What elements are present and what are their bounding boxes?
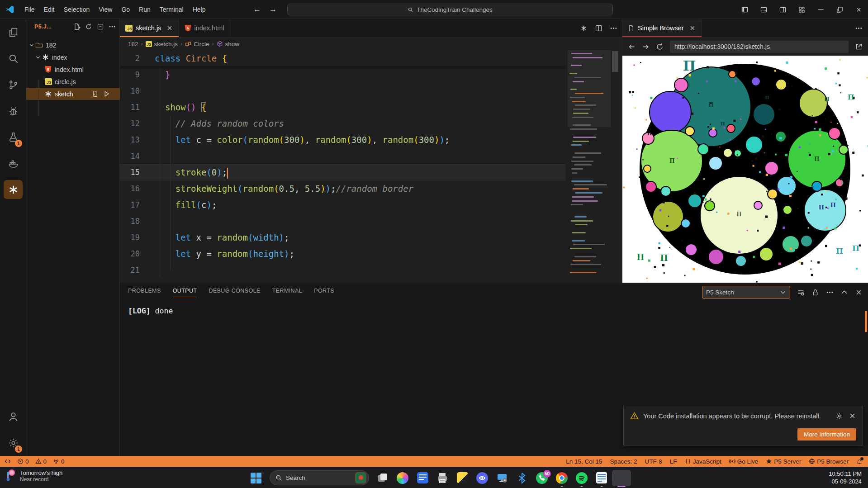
status-utf-8[interactable]: UTF-8 xyxy=(645,458,662,465)
code-line-9[interactable]: 9} xyxy=(120,66,565,83)
status-error[interactable]: 0 xyxy=(17,458,29,465)
taskbar-app-chrome[interactable] xyxy=(555,472,568,484)
status-ln-15-col-15[interactable]: Ln 15, Col 15 xyxy=(566,458,602,465)
run-sketch-icon[interactable] xyxy=(103,90,110,97)
taskbar-app-discord[interactable] xyxy=(476,472,489,484)
taskbar-app-whatsapp[interactable]: 50 xyxy=(536,472,548,484)
taskbar-app-printer[interactable] xyxy=(436,472,449,484)
taskbar-app-notes[interactable] xyxy=(595,472,608,484)
tree-item-index-html[interactable]: 5index.html xyxy=(26,63,120,76)
panel-tab-ports[interactable]: PORTS xyxy=(314,288,334,297)
tree-item-index[interactable]: index xyxy=(26,51,120,63)
menu-go[interactable]: Go xyxy=(117,0,134,19)
tree-item-182[interactable]: 182 xyxy=(26,39,120,51)
url-input[interactable]: http://localhost:3000/182\sketch.js xyxy=(670,41,849,53)
menu-terminal[interactable]: Terminal xyxy=(155,0,188,19)
status-spaces-2[interactable]: Spaces: 2 xyxy=(610,458,637,465)
close-icon[interactable] xyxy=(689,24,696,32)
tab-sketch-js[interactable]: JSsketch.js xyxy=(120,19,179,37)
split-editor-icon[interactable] xyxy=(595,24,602,32)
code-line-18[interactable]: 18 xyxy=(120,213,565,229)
status-braces[interactable]: JavaScript xyxy=(685,458,721,465)
activity-source-control-icon[interactable] xyxy=(0,71,26,98)
notification-settings-icon[interactable] xyxy=(835,412,843,420)
minimap[interactable] xyxy=(568,50,611,283)
collapse-folders-icon[interactable] xyxy=(97,23,104,30)
code-editor[interactable]: 2class Circle {9}1011show() {12// Adds r… xyxy=(120,50,565,283)
activity-docker-icon[interactable] xyxy=(0,150,26,176)
tree-item-sketch[interactable]: sketch xyxy=(26,88,120,100)
layout-sidebar-right-icon[interactable] xyxy=(773,0,792,19)
code-line-2[interactable]: 2class Circle { xyxy=(120,50,565,66)
more-information-button[interactable]: More Information xyxy=(797,428,856,441)
taskbar-app-task-view[interactable] xyxy=(376,472,389,484)
code-line-17[interactable]: 17fill(c); xyxy=(120,197,565,213)
browser-back-icon[interactable] xyxy=(628,43,636,51)
activity-settings-icon[interactable]: 1 xyxy=(0,430,26,456)
more-actions-icon[interactable] xyxy=(855,24,863,32)
lock-icon[interactable] xyxy=(811,289,819,296)
code-line-12[interactable]: 12// Adds random colors xyxy=(120,115,565,132)
maximize-panel-icon[interactable] xyxy=(840,289,848,296)
code-line-11[interactable]: 11show() { xyxy=(120,99,565,115)
menu-edit[interactable]: Edit xyxy=(39,0,59,19)
taskbar-app-files[interactable] xyxy=(456,472,469,484)
browser-forward-icon[interactable] xyxy=(642,43,650,51)
output-channel-dropdown[interactable]: P5 Sketch xyxy=(702,286,790,298)
taskbar-app-vscode[interactable] xyxy=(615,472,628,484)
code-line-13[interactable]: 13let c = color(random(300), random(300)… xyxy=(120,132,565,148)
activity-explorer-icon[interactable] xyxy=(0,19,26,45)
browser-reload-icon[interactable] xyxy=(656,43,664,51)
menu-run[interactable]: Run xyxy=(134,0,155,19)
code-line-16[interactable]: 16strokeWeight(random(0.5, 5.5));//rando… xyxy=(120,180,565,197)
taskbar-search[interactable]: Search xyxy=(270,470,369,485)
command-center-search[interactable]: TheCodingTrain Challenges xyxy=(287,4,613,15)
open-external-icon[interactable] xyxy=(855,43,863,51)
layout-panel-icon[interactable] xyxy=(754,0,773,19)
taskbar-app-remote-desktop[interactable] xyxy=(496,472,508,484)
close-icon[interactable] xyxy=(166,24,173,32)
clear-output-icon[interactable] xyxy=(797,289,805,296)
status-warn[interactable]: 0 xyxy=(35,458,47,465)
panel-scrollbar[interactable] xyxy=(865,311,867,332)
breadcrumb-item-182[interactable]: 182 xyxy=(128,41,138,47)
start-button[interactable] xyxy=(250,472,262,484)
refresh-icon[interactable] xyxy=(85,23,92,30)
layout-sidebar-left-icon[interactable] xyxy=(735,0,754,19)
status-lf[interactable]: LF xyxy=(670,458,677,465)
code-line-21[interactable]: 21 xyxy=(120,262,565,278)
status-remote[interactable] xyxy=(5,458,11,464)
activity-p5-sketches-icon[interactable] xyxy=(0,176,26,203)
tab-index-html[interactable]: 5index.html xyxy=(179,19,230,37)
taskbar-clock[interactable]: 10:50:11 PM 05-09-2024 xyxy=(829,470,862,485)
code-line-10[interactable]: 10 xyxy=(120,83,565,99)
taskbar-app-spotify[interactable] xyxy=(575,472,588,484)
tree-item-circle-js[interactable]: JScircle.js xyxy=(26,76,120,88)
status-broadcast[interactable]: Go Live xyxy=(729,458,759,465)
activity-testing-icon[interactable]: 1 xyxy=(0,124,26,150)
activity-accounts-icon[interactable] xyxy=(0,403,26,430)
activity-search-icon[interactable] xyxy=(0,45,26,71)
breadcrumb-item-Circle[interactable]: Circle xyxy=(185,41,209,47)
code-line-14[interactable]: 14 xyxy=(120,148,565,164)
code-line-19[interactable]: 19let x = random(width); xyxy=(120,229,565,246)
close-button[interactable] xyxy=(849,0,868,19)
maximize-button[interactable] xyxy=(830,0,849,19)
run-p5-sketch-icon[interactable] xyxy=(580,24,588,32)
weather-widget[interactable]: Tomorrow's high Near record xyxy=(5,469,62,483)
status-globe[interactable]: P5 Browser xyxy=(809,458,849,465)
breadcrumb-item-show[interactable]: show xyxy=(217,41,240,47)
open-sketch-file-icon[interactable] xyxy=(92,90,99,97)
minimize-button[interactable] xyxy=(811,0,830,19)
panel-tab-output[interactable]: OUTPUT xyxy=(173,288,197,297)
taskbar-app-bluetooth[interactable] xyxy=(516,472,528,484)
panel-tab-debug-console[interactable]: DEBUG CONSOLE xyxy=(209,288,260,297)
status-bell[interactable] xyxy=(856,458,863,464)
menu-file[interactable]: File xyxy=(20,0,39,19)
nav-back-icon[interactable]: ← xyxy=(253,5,261,14)
panel-tab-terminal[interactable]: TERMINAL xyxy=(272,288,302,297)
status-radio[interactable]: 0 xyxy=(53,458,65,465)
more-actions-icon[interactable] xyxy=(610,24,617,32)
close-panel-icon[interactable] xyxy=(855,289,863,296)
activity-debug-icon[interactable] xyxy=(0,98,26,124)
